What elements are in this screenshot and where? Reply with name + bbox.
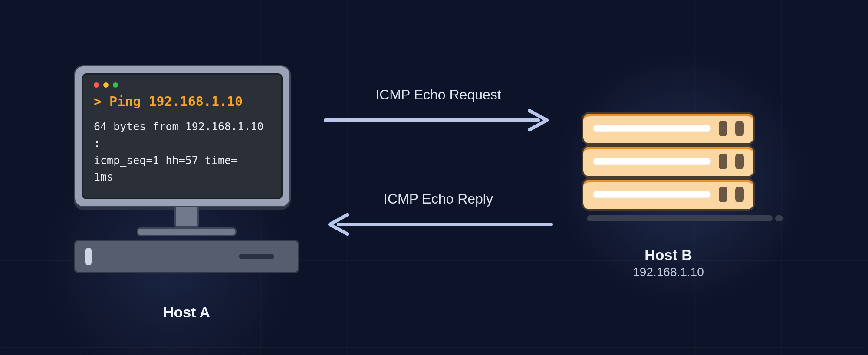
terminal-command: > Ping 192.168.1.10 [94,94,271,109]
host-a-label: Host A [74,304,299,321]
server-unit-icon [582,145,755,178]
monitor-stand-foot-icon [137,227,237,236]
pc-led-icon [85,248,92,265]
pc-slot-icon [239,254,274,259]
server-bar-icon [593,158,711,165]
arrow-reply-label: ICMP Echo Reply [321,191,556,207]
terminal-output: 64 bytes from 192.168.1.10 : icmp_seq=1 … [94,118,271,186]
arrow-right-icon [321,107,556,133]
server-shadow-dot-icon [775,215,783,221]
terminal-screen: > Ping 192.168.1.10 64 bytes from 192.16… [82,73,283,199]
host-b-label-block: Host B 192.168.1.10 [582,247,755,279]
server-led-icon [735,154,744,169]
server-unit-icon [582,112,755,145]
host-b [582,112,755,221]
zoom-dot-icon [113,82,118,88]
host-b-label: Host B [582,247,755,263]
server-led-icon [735,187,744,202]
server-led-icon [735,121,744,136]
server-bar-icon [593,191,711,198]
server-bar-icon [593,125,711,132]
host-b-ip: 192.168.1.10 [582,265,755,279]
diagram-stage: > Ping 192.168.1.10 64 bytes from 192.16… [0,0,868,355]
window-controls-icon [94,82,271,88]
arrow-request-label: ICMP Echo Request [321,87,556,103]
server-led-icon [719,121,727,136]
server-led-icon [719,154,727,169]
arrow-left-icon [321,211,556,237]
server-unit-icon [582,178,755,211]
arrow-request: ICMP Echo Request [321,87,556,133]
close-dot-icon [94,82,99,88]
pc-base-icon [74,240,299,273]
monitor-icon: > Ping 192.168.1.10 64 bytes from 192.16… [74,65,291,207]
arrow-reply: ICMP Echo Reply [321,191,556,237]
minimize-dot-icon [103,82,108,88]
server-shadow-icon [587,215,773,221]
monitor-stand-neck-icon [174,207,199,227]
server-led-icon [719,187,727,202]
host-a: > Ping 192.168.1.10 64 bytes from 192.16… [74,65,299,273]
